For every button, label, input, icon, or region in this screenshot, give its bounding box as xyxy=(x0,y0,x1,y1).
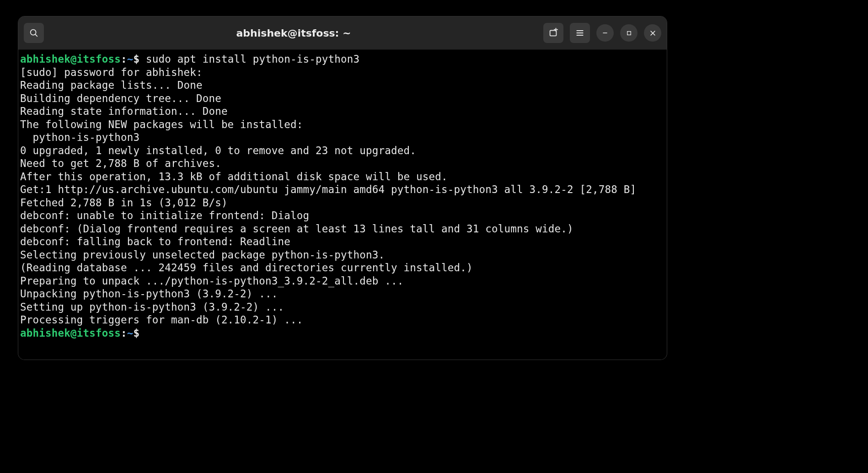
svg-rect-9 xyxy=(627,31,631,35)
maximize-button[interactable] xyxy=(620,24,638,42)
output-line: Reading state information... Done xyxy=(20,105,228,117)
prompt-dollar: $ xyxy=(133,53,139,65)
output-line: Reading package lists... Done xyxy=(20,79,203,91)
titlebar-left xyxy=(24,23,44,43)
close-button[interactable] xyxy=(644,24,661,42)
prompt-user-host: abhishek@itsfoss xyxy=(20,327,121,339)
output-line: Selecting previously unselected package … xyxy=(20,249,385,261)
maximize-icon xyxy=(626,30,632,36)
new-tab-icon xyxy=(548,28,558,38)
window-title: abhishek@itsfoss: ~ xyxy=(44,27,543,39)
prompt-colon: : xyxy=(121,327,127,339)
prompt-path: ~ xyxy=(127,53,134,65)
output-line: Unpacking python-is-python3 (3.9.2-2) ..… xyxy=(20,288,278,300)
output-line: 0 upgraded, 1 newly installed, 0 to remo… xyxy=(20,145,416,156)
command-text: sudo apt install python-is-python3 xyxy=(146,53,359,65)
prompt-dollar: $ xyxy=(133,327,139,339)
output-line: After this operation, 13.3 kB of additio… xyxy=(20,171,448,183)
svg-line-1 xyxy=(35,34,37,36)
output-line: Processing triggers for man-db (2.10.2-1… xyxy=(20,314,303,326)
output-line: Need to get 2,788 B of archives. xyxy=(20,157,221,169)
terminal-body[interactable]: abhishek@itsfoss:~$ sudo apt install pyt… xyxy=(18,50,667,360)
output-line: Fetched 2,788 B in 1s (3,012 B/s) xyxy=(20,197,228,209)
titlebar[interactable]: abhishek@itsfoss: ~ xyxy=(18,16,667,50)
output-line: Get:1 http://us.archive.ubuntu.com/ubunt… xyxy=(20,183,636,195)
hamburger-icon xyxy=(575,28,584,38)
output-line: python-is-python3 xyxy=(20,131,139,143)
close-icon xyxy=(649,30,656,37)
output-line: debconf: unable to initialize frontend: … xyxy=(20,210,309,221)
output-line: Building dependency tree... Done xyxy=(20,92,221,104)
menu-button[interactable] xyxy=(570,23,590,43)
output-line: Preparing to unpack .../python-is-python… xyxy=(20,275,404,287)
output-line: [sudo] password for abhishek: xyxy=(20,66,209,78)
svg-rect-2 xyxy=(550,31,557,36)
output-line: debconf: (Dialog frontend requires a scr… xyxy=(20,223,573,235)
output-line: Setting up python-is-python3 (3.9.2-2) .… xyxy=(20,301,284,313)
prompt-user-host: abhishek@itsfoss xyxy=(20,53,121,65)
search-icon xyxy=(29,28,39,38)
prompt-path: ~ xyxy=(127,327,134,339)
terminal-window: abhishek@itsfoss: ~ xyxy=(18,16,667,360)
minimize-button[interactable] xyxy=(596,24,614,42)
minimize-icon xyxy=(602,30,608,36)
search-button[interactable] xyxy=(24,23,44,43)
prompt-colon: : xyxy=(121,53,127,65)
output-line: debconf: falling back to frontend: Readl… xyxy=(20,236,290,247)
titlebar-right xyxy=(543,23,661,43)
output-line: (Reading database ... 242459 files and d… xyxy=(20,262,473,274)
output-line: The following NEW packages will be insta… xyxy=(20,118,303,130)
new-tab-button[interactable] xyxy=(543,23,563,43)
